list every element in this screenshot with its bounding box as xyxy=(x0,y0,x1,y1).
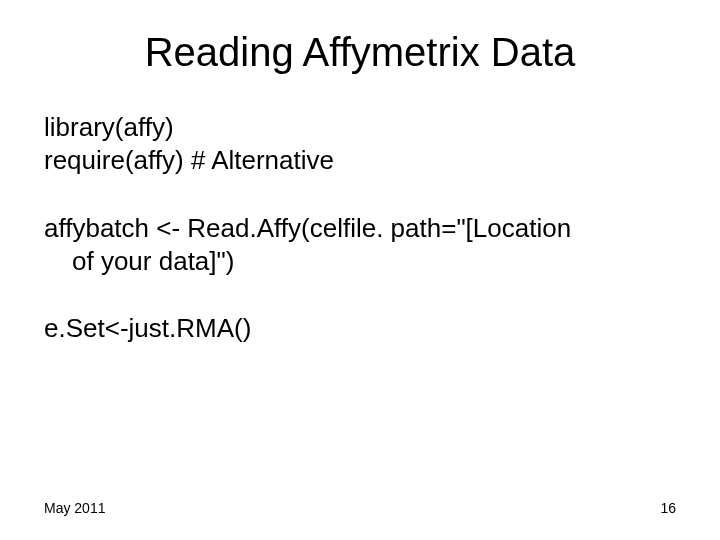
code-line-continuation: of your data]") xyxy=(44,245,676,278)
code-line: e.Set<-just.RMA() xyxy=(44,312,676,345)
footer-page-number: 16 xyxy=(660,500,676,516)
slide: Reading Affymetrix Data library(affy) re… xyxy=(0,0,720,540)
slide-title: Reading Affymetrix Data xyxy=(44,30,676,75)
code-block-eset: e.Set<-just.RMA() xyxy=(44,312,676,345)
footer-date: May 2011 xyxy=(44,500,105,516)
code-line: affybatch <- Read.Affy(celfile. path="[L… xyxy=(44,212,676,245)
code-block-library: library(affy) require(affy) # Alternativ… xyxy=(44,111,676,178)
code-line: require(affy) # Alternative xyxy=(44,144,676,177)
code-line: library(affy) xyxy=(44,111,676,144)
code-block-affybatch: affybatch <- Read.Affy(celfile. path="[L… xyxy=(44,212,676,279)
slide-body: library(affy) require(affy) # Alternativ… xyxy=(44,111,676,345)
slide-footer: May 2011 16 xyxy=(44,500,676,516)
